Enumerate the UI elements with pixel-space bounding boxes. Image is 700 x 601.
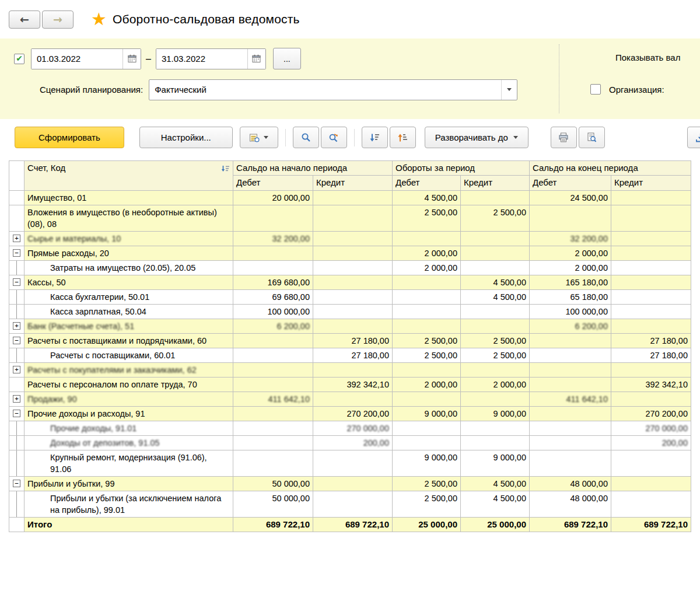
table-row-detail[interactable]: Расчеты с поставщиками, 60.0127 180,002 … [9,348,691,363]
date-to-calendar-button[interactable] [247,49,265,69]
value-cell[interactable] [611,275,691,290]
account-cell[interactable]: Продажи, 90 [24,392,233,407]
value-cell[interactable]: 27 180,00 [313,348,393,363]
back-button[interactable]: ← [9,11,40,29]
account-cell[interactable]: Прочие доходы и расходы, 91 [24,407,233,421]
column-header-credit[interactable]: Кредит [461,176,530,191]
sort-ascending-button[interactable] [390,127,416,148]
value-cell[interactable]: 392 342,10 [611,378,691,392]
value-cell[interactable] [313,205,393,232]
value-cell[interactable]: 2 500,00 [393,477,461,491]
value-cell[interactable]: 411 642,10 [530,392,611,407]
value-cell[interactable] [530,421,611,436]
value-cell[interactable]: 4 500,00 [393,191,461,205]
value-cell[interactable] [611,191,691,205]
value-cell[interactable] [393,363,461,378]
value-cell[interactable]: 69 680,00 [233,290,313,305]
value-cell[interactable] [393,319,461,334]
value-cell[interactable] [530,450,611,477]
value-cell[interactable] [393,275,461,290]
account-cell[interactable]: Расчеты с поставщиками, 60.01 [24,348,233,363]
value-cell[interactable] [530,205,611,232]
account-cell[interactable]: Банк (Расчетные счета), 51 [24,319,233,334]
account-cell[interactable]: Имущество, 01 [24,191,233,205]
expand-plus-icon[interactable]: + [13,322,20,330]
column-header-group[interactable]: Сальдо на начало периода [233,161,393,176]
value-cell[interactable]: 65 180,00 [530,290,611,305]
print-preview-button[interactable] [579,127,605,148]
value-cell[interactable]: 270 200,00 [313,407,393,421]
value-cell[interactable]: 270 000,00 [611,421,691,436]
table-row-detail[interactable]: Крупный ремонт, модернизация (91.06), 91… [9,450,691,477]
value-cell[interactable]: 200,00 [313,436,393,450]
generate-button[interactable]: Сформировать [15,127,124,148]
value-cell[interactable] [393,392,461,407]
value-cell[interactable] [461,363,530,378]
value-cell[interactable]: 2 500,00 [461,205,530,232]
value-cell[interactable]: 27 180,00 [611,334,691,348]
table-row-detail[interactable]: Касса бухгалтерии, 50.0169 680,004 500,0… [9,290,691,305]
account-cell[interactable]: Прямые расходы, 20 [24,246,233,261]
value-cell[interactable] [313,261,393,275]
search-button[interactable] [293,127,319,148]
value-cell[interactable]: 24 500,00 [530,191,611,205]
value-cell[interactable]: 2 000,00 [393,246,461,261]
value-cell[interactable]: 48 000,00 [530,491,611,518]
value-cell[interactable] [530,378,611,392]
value-cell[interactable] [393,421,461,436]
period-checkbox[interactable]: ✔ [14,54,24,64]
value-cell[interactable]: 6 200,00 [233,319,313,334]
value-cell[interactable] [233,378,313,392]
table-row-group[interactable]: −Прибыли и убытки, 9950 000,002 500,004 … [9,477,691,491]
account-cell[interactable]: Расчеты с покупателями и заказчиками, 62 [24,363,233,378]
value-cell[interactable]: 50 000,00 [233,491,313,518]
value-cell[interactable] [233,246,313,261]
value-cell[interactable] [461,436,530,450]
value-cell[interactable] [611,491,691,518]
value-cell[interactable] [611,450,691,477]
value-cell[interactable]: 50 000,00 [233,477,313,491]
value-cell[interactable] [313,232,393,246]
table-row-group[interactable]: −Кассы, 50169 680,004 500,00165 180,00 [9,275,691,290]
value-cell[interactable]: 100 000,00 [233,305,313,319]
organization-checkbox[interactable] [590,84,601,95]
account-cell[interactable]: Расчеты с персоналом по оплате труда, 70 [24,378,233,392]
value-cell[interactable]: 165 180,00 [530,275,611,290]
value-cell[interactable]: 2 500,00 [393,491,461,518]
account-cell[interactable]: Касса зарплатная, 50.04 [24,305,233,319]
account-cell[interactable]: Сырье и материалы, 10 [24,232,233,246]
value-cell[interactable] [611,477,691,491]
collapse-minus-icon[interactable]: − [13,480,20,487]
table-row-group[interactable]: −Прочие доходы и расходы, 91270 200,009 … [9,407,691,421]
account-cell[interactable]: Прочие доходы, 91.01 [24,421,233,436]
value-cell[interactable]: 9 000,00 [393,450,461,477]
value-cell[interactable]: 2 000,00 [461,378,530,392]
value-cell[interactable]: 270 000,00 [313,421,393,436]
value-cell[interactable] [611,205,691,232]
table-row-detail[interactable]: Касса зарплатная, 50.04100 000,00100 000… [9,305,691,319]
value-cell[interactable] [611,319,691,334]
table-row-detail[interactable]: Прочие доходы, 91.01270 000,00270 000,00 [9,421,691,436]
table-row-group[interactable]: +Расчеты с покупателями и заказчиками, 6… [9,363,691,378]
value-cell[interactable]: 20 000,00 [233,191,313,205]
column-header-debit[interactable]: Дебет [233,176,313,191]
value-cell[interactable]: 9 000,00 [393,407,461,421]
value-cell[interactable] [233,205,313,232]
forward-button[interactable]: → [42,11,74,29]
value-cell[interactable] [393,436,461,450]
table-row-group[interactable]: −Расчеты с поставщиками и подрядчиками, … [9,334,691,348]
value-cell[interactable] [233,421,313,436]
value-cell[interactable] [461,421,530,436]
date-from-calendar-button[interactable] [123,49,141,69]
value-cell[interactable]: 2 000,00 [393,378,461,392]
value-cell[interactable]: 9 000,00 [461,450,530,477]
sort-descending-button[interactable] [362,127,388,148]
value-cell[interactable]: 4 500,00 [461,275,530,290]
value-cell[interactable] [530,348,611,363]
value-cell[interactable] [461,392,530,407]
table-row-group[interactable]: Расчеты с персоналом по оплате труда, 70… [9,378,691,392]
value-cell[interactable] [530,363,611,378]
chevron-down-icon[interactable] [501,80,517,100]
date-to-input[interactable] [156,49,247,69]
table-row-group[interactable]: +Сырье и материалы, 1032 200,0032 200,00 [9,232,691,246]
